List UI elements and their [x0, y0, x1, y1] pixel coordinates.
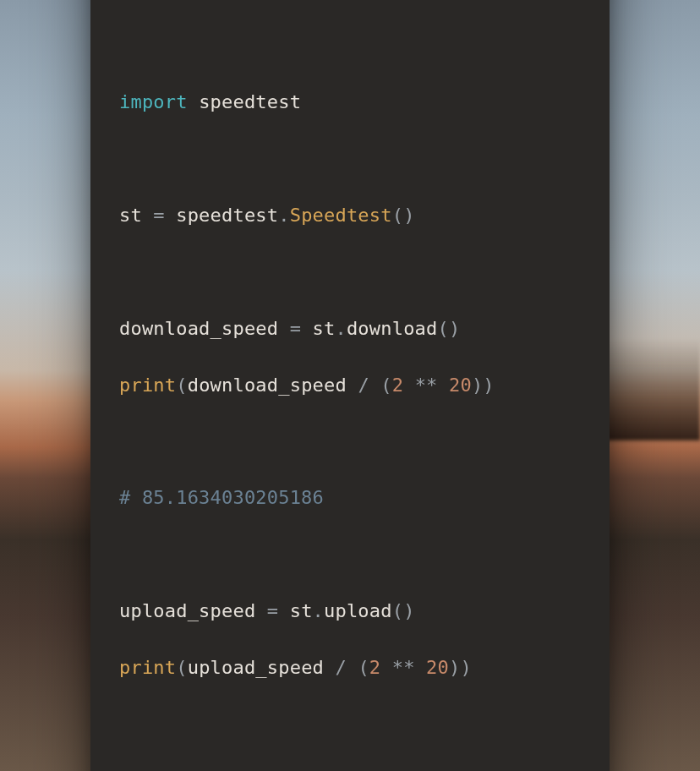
- identifier: st: [119, 205, 142, 226]
- pow-op: **: [415, 375, 438, 396]
- paren-open: (: [380, 375, 391, 396]
- module-name: speedtest: [199, 91, 301, 112]
- code-line-call: print(upload_speed / (2 ** 20)): [119, 653, 581, 681]
- assign-op: =: [142, 205, 176, 226]
- paren-open: (: [358, 657, 369, 678]
- div-op: /: [358, 375, 369, 396]
- paren-close: ): [460, 657, 471, 678]
- paren-open: (: [176, 657, 187, 678]
- object-ref: st: [290, 600, 313, 621]
- code-line-call: print(download_speed / (2 ** 20)): [119, 371, 581, 399]
- space: [324, 657, 335, 678]
- code-block: # pip3 install speedtest-cli import spee…: [90, 0, 610, 771]
- pow-op: **: [392, 657, 415, 678]
- number-literal: 20: [449, 375, 472, 396]
- code-line-blank: [119, 145, 581, 172]
- paren-open: (: [176, 375, 187, 396]
- code-line-comment: # 20.926127321782126: [119, 767, 581, 771]
- class-name: Speedtest: [290, 205, 392, 226]
- space: [415, 657, 426, 678]
- assign-op: =: [278, 318, 312, 339]
- module-ref: speedtest: [176, 205, 278, 226]
- method-name: upload: [324, 600, 392, 621]
- space: [369, 375, 380, 396]
- dot: .: [313, 600, 324, 621]
- dot: .: [335, 318, 346, 339]
- call-parens: (): [437, 318, 460, 339]
- paren-close: ): [449, 657, 460, 678]
- call-parens: (): [392, 600, 415, 621]
- arg-ident: upload_speed: [188, 657, 324, 678]
- paren-close: ): [472, 375, 483, 396]
- space: [403, 375, 414, 396]
- code-window: # pip3 install speedtest-cli import spee…: [90, 0, 610, 771]
- space: [380, 657, 391, 678]
- dot: .: [278, 205, 289, 226]
- call-parens: (): [392, 205, 415, 226]
- code-line-comment: # 85.1634030205186: [119, 484, 581, 511]
- comment-output: # 85.1634030205186: [119, 487, 324, 508]
- object-ref: st: [313, 318, 336, 339]
- builtin-fn: print: [119, 375, 176, 396]
- space: [438, 375, 449, 396]
- code-line-blank: [119, 258, 581, 286]
- code-line-import: import speedtest: [119, 88, 581, 116]
- code-line-blank: [119, 710, 581, 738]
- paren-close: ): [483, 375, 494, 396]
- builtin-fn: print: [119, 657, 176, 678]
- identifier: upload_speed: [119, 600, 255, 621]
- identifier: download_speed: [119, 318, 278, 339]
- number-literal: 20: [426, 657, 449, 678]
- code-line-assignment: download_speed = st.download(): [119, 314, 581, 342]
- code-line-blank: [119, 427, 581, 455]
- import-keyword: import: [119, 91, 188, 112]
- code-line-comment: # pip3 install speedtest-cli: [119, 0, 581, 3]
- code-line-blank: [119, 540, 581, 568]
- number-literal: 2: [392, 375, 403, 396]
- code-line-blank: [119, 31, 581, 59]
- method-name: download: [347, 318, 438, 339]
- space: [347, 375, 358, 396]
- code-line-assignment: st = speedtest.Speedtest(): [119, 201, 581, 229]
- number-literal: 2: [369, 657, 380, 678]
- div-op: /: [335, 657, 346, 678]
- space: [347, 657, 358, 678]
- arg-ident: download_speed: [188, 375, 347, 396]
- assign-op: =: [255, 600, 289, 621]
- code-line-assignment: upload_speed = st.upload(): [119, 597, 581, 625]
